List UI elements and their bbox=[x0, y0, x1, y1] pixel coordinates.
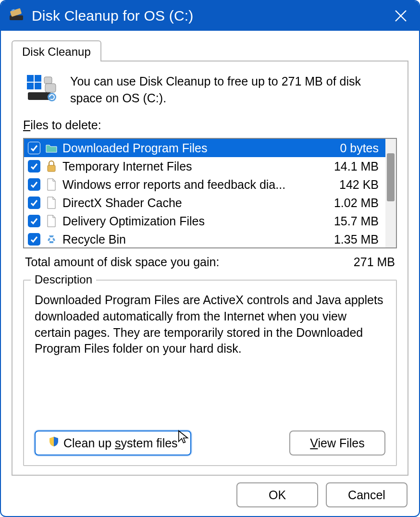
tab-body: You can use Disk Cleanup to free up to 2… bbox=[12, 62, 408, 476]
lock-icon bbox=[45, 159, 58, 173]
svg-rect-13 bbox=[48, 165, 55, 172]
total-label: Total amount of disk space you gain: bbox=[25, 255, 219, 269]
item-size: 0 bytes bbox=[321, 141, 379, 155]
files-list[interactable]: Downloaded Program Files0 bytesTemporary… bbox=[23, 138, 397, 248]
client-area: Disk Cleanup You bbox=[1, 31, 419, 516]
svg-point-12 bbox=[48, 93, 56, 101]
ok-button[interactable]: OK bbox=[236, 482, 318, 507]
disk-cleanup-window: Disk Cleanup for OS (C:) Disk Cleanup bbox=[0, 0, 420, 517]
file-icon bbox=[45, 214, 58, 228]
item-name: Windows error reports and feedback dia..… bbox=[62, 178, 316, 192]
tab-strip: Disk Cleanup bbox=[12, 37, 408, 62]
close-button[interactable] bbox=[386, 1, 415, 31]
clean-up-system-files-label: Clean up system files bbox=[63, 436, 178, 450]
item-name: Recycle Bin bbox=[62, 233, 316, 246]
svg-rect-6 bbox=[35, 75, 41, 82]
file-icon bbox=[45, 177, 58, 192]
list-item[interactable]: Windows error reports and feedback dia..… bbox=[24, 175, 385, 194]
svg-rect-9 bbox=[28, 92, 51, 100]
checkbox[interactable] bbox=[28, 160, 40, 172]
svg-rect-7 bbox=[27, 83, 34, 89]
list-item[interactable]: Temporary Internet Files14.1 MB bbox=[24, 157, 385, 175]
cancel-button[interactable]: Cancel bbox=[326, 482, 408, 507]
dialog-button-row: OK Cancel bbox=[12, 476, 408, 507]
list-item[interactable]: Recycle Bin1.35 MB bbox=[24, 230, 385, 247]
disk-cleanup-app-icon bbox=[9, 7, 25, 25]
list-item[interactable]: Downloaded Program Files0 bytes bbox=[24, 139, 385, 157]
checkbox[interactable] bbox=[28, 233, 40, 246]
svg-rect-5 bbox=[27, 75, 34, 82]
disk-cleanup-large-icon bbox=[25, 73, 60, 104]
item-name: Temporary Internet Files bbox=[62, 160, 316, 173]
total-row: Total amount of disk space you gain: 271… bbox=[23, 254, 397, 270]
item-size: 14.1 MB bbox=[321, 160, 379, 173]
svg-rect-8 bbox=[35, 83, 41, 89]
checkbox[interactable] bbox=[28, 215, 40, 227]
svg-rect-11 bbox=[45, 84, 56, 92]
clean-up-system-files-button[interactable]: Clean up system files bbox=[35, 431, 191, 455]
item-size: 1.02 MB bbox=[321, 196, 379, 210]
recycle-icon bbox=[45, 232, 58, 246]
description-text: Downloaded Program Files are ActiveX con… bbox=[35, 292, 385, 357]
shield-icon bbox=[48, 436, 60, 450]
scroll-thumb[interactable] bbox=[387, 153, 395, 201]
item-name: Downloaded Program Files bbox=[62, 141, 316, 155]
view-files-button[interactable]: View Files bbox=[289, 431, 385, 455]
checkbox[interactable] bbox=[28, 197, 40, 209]
window-title: Disk Cleanup for OS (C:) bbox=[32, 8, 386, 24]
folder-icon bbox=[45, 141, 58, 155]
summary-block: You can use Disk Cleanup to free up to 2… bbox=[23, 69, 397, 110]
scrollbar[interactable] bbox=[385, 139, 396, 247]
item-size: 1.35 MB bbox=[321, 233, 379, 246]
item-size: 15.7 MB bbox=[321, 214, 379, 228]
titlebar: Disk Cleanup for OS (C:) bbox=[1, 1, 419, 31]
description-group: Description Downloaded Program Files are… bbox=[23, 280, 397, 466]
total-value: 271 MB bbox=[354, 255, 395, 269]
item-name: DirectX Shader Cache bbox=[62, 196, 316, 210]
tab-disk-cleanup[interactable]: Disk Cleanup bbox=[12, 40, 101, 62]
checkbox[interactable] bbox=[28, 142, 40, 154]
item-name: Delivery Optimization Files bbox=[62, 214, 316, 228]
description-legend: Description bbox=[31, 273, 96, 286]
list-item[interactable]: Delivery Optimization Files15.7 MB bbox=[24, 212, 385, 230]
checkbox[interactable] bbox=[28, 178, 40, 191]
svg-rect-14 bbox=[49, 241, 53, 243]
view-files-label: View Files bbox=[310, 436, 364, 450]
file-icon bbox=[45, 196, 58, 210]
list-item[interactable]: DirectX Shader Cache1.02 MB bbox=[24, 194, 385, 212]
mouse-cursor-icon bbox=[177, 430, 191, 444]
files-to-delete-label: Files to delete: bbox=[23, 118, 397, 132]
summary-text: You can use Disk Cleanup to free up to 2… bbox=[70, 73, 395, 107]
item-size: 142 KB bbox=[321, 178, 379, 192]
svg-rect-10 bbox=[44, 77, 52, 84]
